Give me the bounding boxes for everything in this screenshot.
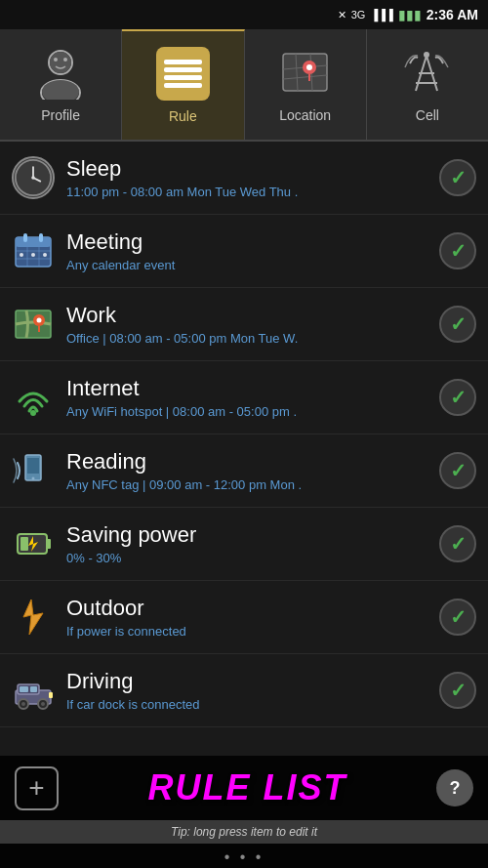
tab-rule-label: Rule	[169, 108, 197, 124]
work-title: Work	[66, 303, 427, 328]
tab-rule[interactable]: Rule	[122, 29, 244, 140]
location-icon	[278, 46, 332, 100]
svg-point-42	[32, 477, 35, 480]
outdoor-title: Outdoor	[66, 596, 427, 621]
driving-icon	[12, 669, 55, 712]
sleep-content: Sleep 11:00 pm - 08:00 am Mon Tue Wed Th…	[66, 156, 427, 199]
rule-item-outdoor[interactable]: Outdoor If power is connected ✓	[0, 581, 488, 654]
outdoor-check[interactable]: ✓	[439, 599, 476, 636]
help-button[interactable]: ?	[436, 769, 473, 806]
signal-icon: ✕	[338, 9, 346, 21]
svg-rect-25	[16, 237, 51, 247]
add-rule-button[interactable]: +	[15, 766, 59, 810]
rule-item-driving[interactable]: Driving If car dock is connected ✓	[0, 654, 488, 727]
data-icon: 3G	[351, 9, 366, 21]
rule-icon	[156, 47, 210, 101]
internet-subtitle: Any WiFi hotspot | 08:00 am - 05:00 pm .	[66, 404, 427, 419]
bottom-bar-main: + RULE LIST ?	[0, 756, 488, 820]
meeting-subtitle: Any calendar event	[66, 258, 427, 272]
work-check[interactable]: ✓	[439, 306, 476, 343]
internet-title: Internet	[66, 376, 427, 401]
work-content: Work Office | 08:00 am - 05:00 pm Mon Tu…	[66, 303, 427, 346]
tab-cell[interactable]: Cell	[367, 29, 488, 140]
reading-icon	[12, 449, 55, 492]
reading-content: Reading Any NFC tag | 09:00 am - 12:00 p…	[66, 449, 427, 492]
status-time: 2:36 AM	[427, 7, 478, 22]
sleep-icon	[12, 156, 55, 199]
meeting-icon	[12, 229, 55, 272]
svg-rect-54	[49, 692, 53, 698]
work-checkmark: ✓	[450, 312, 467, 336]
signal-bars: ▐▐▐	[370, 9, 392, 21]
status-icons: ✕ 3G ▐▐▐ ▮▮▮ 2:36 AM	[338, 7, 478, 22]
outdoor-icon	[12, 596, 55, 639]
svg-point-34	[43, 253, 47, 257]
rule-item-reading[interactable]: Reading Any NFC tag | 09:00 am - 12:00 p…	[0, 434, 488, 508]
bottom-dots: • • •	[0, 844, 488, 868]
reading-subtitle: Any NFC tag | 09:00 am - 12:00 pm Mon .	[66, 477, 427, 492]
tab-location-label: Location	[279, 107, 331, 123]
bottom-bar: + RULE LIST ? Tip: long press item to ed…	[0, 756, 488, 868]
saving-content: Saving power 0% - 30%	[66, 522, 427, 565]
bottom-hint: Tip: long press item to edit it	[0, 820, 488, 844]
driving-check[interactable]: ✓	[439, 672, 476, 709]
tab-profile[interactable]: Profile	[0, 29, 122, 140]
saving-subtitle: 0% - 30%	[66, 551, 427, 565]
profile-icon	[34, 46, 88, 100]
help-icon: ?	[450, 778, 461, 799]
internet-check[interactable]: ✓	[439, 379, 476, 416]
svg-point-53	[41, 702, 45, 706]
meeting-check[interactable]: ✓	[439, 232, 476, 269]
reading-checkmark: ✓	[450, 459, 467, 482]
saving-checkmark: ✓	[450, 532, 467, 556]
svg-rect-44	[47, 539, 51, 549]
saving-title: Saving power	[66, 522, 427, 548]
svg-rect-41	[27, 458, 39, 474]
meeting-checkmark: ✓	[450, 239, 467, 263]
svg-point-23	[31, 176, 35, 180]
rule-item-work[interactable]: Work Office | 08:00 am - 05:00 pm Mon Tu…	[0, 288, 488, 361]
saving-power-icon	[12, 522, 55, 565]
reading-title: Reading	[66, 449, 427, 475]
svg-point-2	[50, 52, 71, 73]
driving-title: Driving	[66, 669, 427, 694]
outdoor-checkmark: ✓	[450, 605, 467, 629]
driving-subtitle: If car dock is connected	[66, 697, 427, 712]
svg-point-39	[30, 410, 36, 416]
sleep-check[interactable]: ✓	[439, 159, 476, 196]
driving-checkmark: ✓	[450, 679, 467, 702]
tab-location[interactable]: Location	[245, 29, 367, 140]
svg-rect-49	[30, 686, 37, 692]
svg-point-51	[21, 702, 25, 706]
sleep-title: Sleep	[66, 156, 427, 182]
svg-rect-26	[23, 233, 27, 242]
rule-item-saving-power[interactable]: Saving power 0% - 30% ✓	[0, 508, 488, 581]
nav-dots: • • •	[224, 848, 264, 865]
svg-rect-45	[20, 537, 28, 551]
sleep-checkmark: ✓	[450, 166, 467, 189]
work-icon	[12, 303, 55, 346]
driving-content: Driving If car dock is connected	[66, 669, 427, 712]
internet-content: Internet Any WiFi hotspot | 08:00 am - 0…	[66, 376, 427, 419]
rule-list-title: RULE LIST	[148, 767, 347, 808]
meeting-title: Meeting	[66, 229, 427, 255]
status-bar: ✕ 3G ▐▐▐ ▮▮▮ 2:36 AM	[0, 0, 488, 29]
cell-icon	[400, 46, 454, 100]
tab-profile-label: Profile	[41, 107, 80, 123]
reading-check[interactable]: ✓	[439, 452, 476, 489]
rules-list: Sleep 11:00 pm - 08:00 am Mon Tue Wed Th…	[0, 142, 488, 727]
rule-item-meeting[interactable]: Meeting Any calendar event ✓	[0, 215, 488, 288]
battery-icon: ▮▮▮	[398, 7, 422, 22]
svg-point-5	[63, 58, 67, 62]
svg-point-32	[20, 253, 23, 257]
meeting-content: Meeting Any calendar event	[66, 229, 427, 272]
internet-checkmark: ✓	[450, 386, 467, 409]
internet-icon	[12, 376, 55, 419]
svg-point-12	[306, 64, 312, 70]
saving-check[interactable]: ✓	[439, 525, 476, 562]
add-icon: +	[28, 774, 44, 802]
rule-item-internet[interactable]: Internet Any WiFi hotspot | 08:00 am - 0…	[0, 361, 488, 434]
svg-point-18	[424, 52, 429, 58]
tab-cell-label: Cell	[416, 107, 439, 123]
rule-item-sleep[interactable]: Sleep 11:00 pm - 08:00 am Mon Tue Wed Th…	[0, 142, 488, 215]
